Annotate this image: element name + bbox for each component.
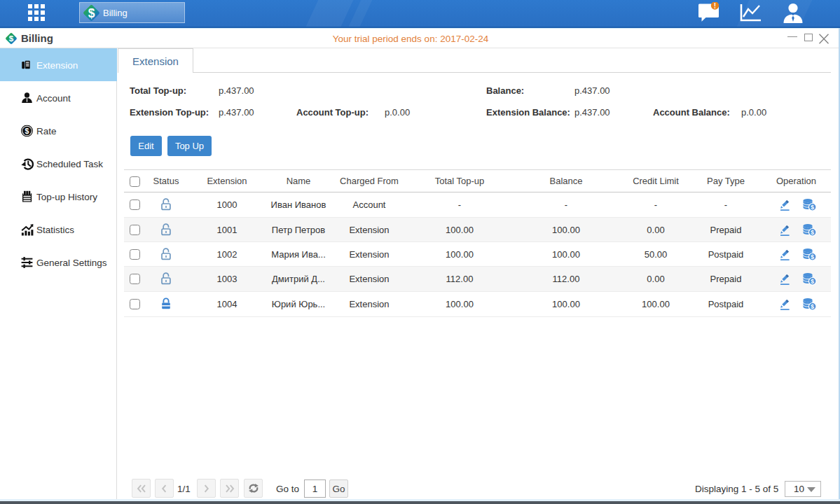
svg-text:$: $ bbox=[811, 278, 814, 285]
svg-text:$: $ bbox=[25, 126, 29, 134]
svg-text:$: $ bbox=[88, 6, 95, 20]
svg-text:$: $ bbox=[811, 229, 814, 236]
svg-text:$: $ bbox=[811, 253, 814, 260]
svg-text:$: $ bbox=[9, 34, 14, 43]
svg-text:$: $ bbox=[811, 204, 814, 211]
svg-text:$: $ bbox=[811, 303, 814, 310]
svg-text:!: ! bbox=[714, 2, 716, 10]
